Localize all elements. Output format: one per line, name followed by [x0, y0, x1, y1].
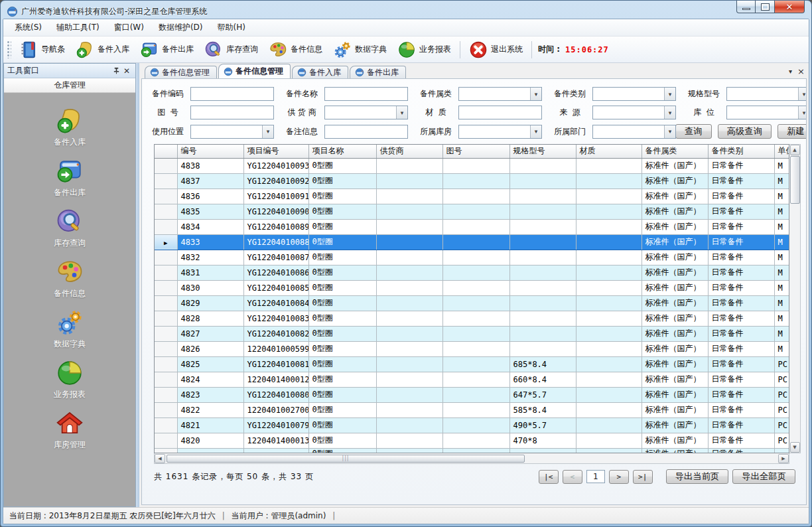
toolbar-button-备件入库[interactable]: 备件入库: [70, 38, 135, 61]
menu-item-1[interactable]: 系统(S): [7, 19, 49, 36]
table-row-4829[interactable]: 4829YG122040100840型圈标准件（国产）日常备件M: [155, 295, 789, 311]
prev-page-button[interactable]: <: [563, 470, 582, 484]
row-selector-cell[interactable]: [155, 173, 177, 188]
row-selector-cell[interactable]: [155, 188, 177, 204]
table-row-4820[interactable]: 482012204014000130型圈470*8标准件（国产）日常备件PC: [155, 433, 789, 448]
table-row-4824[interactable]: 482412204014000120型圈660*8.4标准件（国产）日常备件PC: [155, 372, 789, 387]
vertical-scrollbar[interactable]: ▲ ▼: [789, 144, 801, 453]
input-备件编码[interactable]: [190, 87, 274, 101]
toolbar-button-库存查询[interactable]: 库存查询: [199, 38, 263, 61]
row-selector-cell[interactable]: [155, 387, 177, 402]
select-规格型号[interactable]: [726, 87, 807, 101]
table-row-4837[interactable]: 4837YG122040100920型圈标准件（国产）日常备件M: [155, 173, 789, 188]
tab-备件信息管理-1[interactable]: 备件信息管理: [145, 66, 217, 78]
sidebar-item-库存查询[interactable]: 库存查询: [20, 203, 119, 254]
toolbar-button-备件信息[interactable]: 备件信息: [263, 38, 328, 61]
scroll-left-icon[interactable]: ◀: [155, 454, 165, 463]
table-row-4838[interactable]: 4838YG122040100930型圈标准件（国产）日常备件M: [155, 158, 789, 173]
scroll-down-icon[interactable]: ▼: [790, 442, 800, 453]
sidebar-item-备件出库[interactable]: 备件出库: [20, 153, 119, 203]
column-header-规格型号[interactable]: 规格型号: [509, 145, 576, 158]
select-备件属类[interactable]: [458, 87, 542, 101]
column-header-备件属类[interactable]: 备件属类: [642, 145, 708, 158]
sidebar-item-备件入库[interactable]: 备件入库: [20, 102, 119, 153]
query-button[interactable]: 查询: [675, 124, 712, 139]
row-selector-cell[interactable]: [155, 311, 177, 326]
maximize-button[interactable]: [756, 1, 775, 13]
row-selector-cell[interactable]: [155, 341, 177, 356]
row-selector-cell[interactable]: [155, 356, 177, 372]
column-header-材质[interactable]: 材质: [576, 145, 642, 158]
table-row-4835[interactable]: 4835YG122040100900型圈标准件（国产）日常备件M: [155, 204, 789, 219]
row-selector-cell[interactable]: [155, 372, 177, 387]
table-row-4821[interactable]: 4821YG122040100790型圈490*5.7标准件（国产）日常备件PC: [155, 417, 789, 433]
input-材质[interactable]: [458, 106, 542, 119]
input-图号[interactable]: [190, 106, 274, 119]
table-row-4831[interactable]: 4831YG122040100860型圈标准件（国产）日常备件M: [155, 265, 789, 280]
toolbar-button-数据字典[interactable]: 数据字典: [328, 38, 392, 61]
table-row-4836[interactable]: 4836YG122040100910型圈标准件（国产）日常备件M: [155, 188, 789, 204]
input-备件名称[interactable]: [324, 87, 408, 101]
sidebar-item-数据字典[interactable]: 数据字典: [20, 304, 119, 354]
tab-备件出库-4[interactable]: 备件出库: [350, 66, 406, 78]
select-备件类别[interactable]: [592, 87, 676, 101]
input-备注信息[interactable]: [324, 125, 408, 139]
minimize-button[interactable]: [736, 1, 756, 13]
menu-item-5[interactable]: 帮助(H): [210, 19, 253, 36]
row-selector-cell[interactable]: [155, 326, 177, 341]
select-使用位置[interactable]: [190, 125, 274, 139]
select-所属库房[interactable]: [458, 125, 542, 139]
toolbar-button-退出系统[interactable]: 退出系统: [464, 38, 528, 61]
page-number-input[interactable]: 1: [586, 470, 605, 483]
vertical-scroll-thumb[interactable]: [790, 156, 800, 204]
tab-备件入库-3[interactable]: 备件入库: [292, 66, 348, 78]
sidebar-section-title[interactable]: 仓库管理: [4, 78, 135, 93]
menu-item-4[interactable]: 数据维护(D): [151, 19, 210, 36]
last-page-button[interactable]: >|: [633, 470, 653, 484]
row-selector-cell[interactable]: [155, 280, 177, 295]
column-header-项目名称[interactable]: 项目名称: [308, 145, 376, 158]
row-selector-cell[interactable]: [155, 158, 177, 173]
column-header-编号[interactable]: 编号: [177, 145, 243, 158]
toolbar-grip[interactable]: [7, 41, 11, 58]
menu-item-2[interactable]: 辅助工具(T): [49, 19, 107, 36]
scroll-right-icon[interactable]: ▶: [778, 454, 789, 463]
row-selector-cell[interactable]: [155, 250, 177, 265]
row-selector-cell[interactable]: [155, 417, 177, 433]
table-row-4823[interactable]: 4823YG122040100800型圈647*5.7标准件（国产）日常备件PC: [155, 387, 789, 402]
horizontal-scrollbar[interactable]: ◀ ||| ▶: [154, 453, 789, 464]
table-row-4827[interactable]: 4827YG122040100820型圈标准件（国产）日常备件M: [155, 326, 789, 341]
close-button[interactable]: ✕: [775, 1, 805, 13]
first-page-button[interactable]: |<: [539, 470, 559, 484]
horizontal-scroll-thumb[interactable]: |||: [167, 455, 525, 463]
table-row-4826[interactable]: 482612204010005990型圈标准件（国产）日常备件M: [155, 341, 789, 356]
row-selector-cell[interactable]: [155, 219, 177, 234]
sidebar-item-备件信息[interactable]: 备件信息: [20, 254, 119, 304]
column-header-单位[interactable]: 单位: [774, 145, 789, 158]
chevron-down-icon[interactable]: ▾: [789, 68, 792, 75]
tab-close-icon[interactable]: ×: [797, 66, 805, 76]
row-selector-cell[interactable]: [155, 295, 177, 311]
toolbar-button-业务报表[interactable]: 业务报表: [392, 38, 456, 61]
column-header-图号[interactable]: 图号: [442, 145, 509, 158]
new-button[interactable]: 新建: [778, 124, 807, 139]
export-current-page-button[interactable]: 导出当前页: [666, 469, 729, 484]
column-header-供货商[interactable]: 供货商: [376, 145, 442, 158]
next-page-button[interactable]: >: [609, 470, 629, 484]
select-来源[interactable]: [592, 106, 676, 119]
select-供货商[interactable]: [324, 106, 408, 119]
sidebar-item-业务报表[interactable]: 业务报表: [20, 354, 119, 405]
table-row-4834[interactable]: 4834YG122040100890型圈标准件（国产）日常备件M: [155, 219, 789, 234]
toolbar-button-导航条[interactable]: 导航条: [14, 38, 70, 61]
row-selector-cell[interactable]: [155, 265, 177, 280]
export-all-pages-button[interactable]: 导出全部页: [732, 469, 795, 484]
table-row-4833[interactable]: ▶4833YG122040100880型圈标准件（国产）日常备件M: [155, 234, 789, 250]
column-header-备件类别[interactable]: 备件类别: [708, 145, 774, 158]
tab-备件信息管理-2[interactable]: 备件信息管理: [218, 64, 291, 78]
table-row-4825[interactable]: 4825YG122040100810型圈685*8.4标准件（国产）日常备件PC: [155, 356, 789, 372]
menu-item-3[interactable]: 窗口(W): [107, 19, 151, 36]
select-库位[interactable]: [726, 106, 807, 119]
row-selector-cell[interactable]: [155, 204, 177, 219]
table-row-4828[interactable]: 4828YG122040100830型圈标准件（国产）日常备件M: [155, 311, 789, 326]
table-row-4830[interactable]: 4830YG122040100850型圈标准件（国产）日常备件M: [155, 280, 789, 295]
